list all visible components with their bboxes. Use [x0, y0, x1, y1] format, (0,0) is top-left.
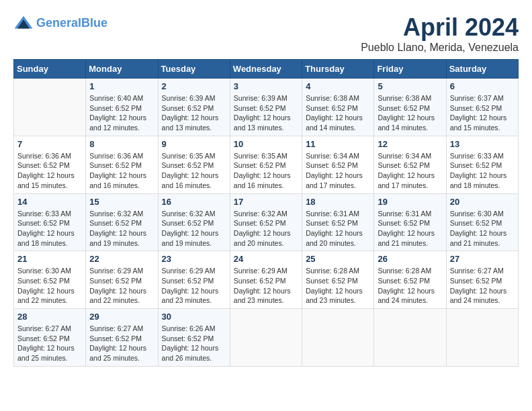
calendar-cell	[374, 309, 446, 367]
day-number: 24	[234, 254, 298, 264]
day-number: 14	[17, 197, 82, 207]
day-number: 6	[450, 81, 515, 91]
calendar-cell: 22Sunrise: 6:29 AM Sunset: 6:52 PM Dayli…	[86, 251, 158, 309]
calendar-cell: 24Sunrise: 6:29 AM Sunset: 6:52 PM Dayli…	[230, 251, 302, 309]
calendar-cell	[14, 79, 86, 136]
week-row-1: 1Sunrise: 6:40 AM Sunset: 6:52 PM Daylig…	[14, 79, 519, 136]
calendar-cell: 16Sunrise: 6:32 AM Sunset: 6:52 PM Dayli…	[158, 193, 230, 251]
day-number: 11	[306, 139, 370, 149]
calendar-cell: 17Sunrise: 6:32 AM Sunset: 6:52 PM Dayli…	[230, 193, 302, 251]
day-number: 15	[89, 197, 154, 207]
day-info: Sunrise: 6:28 AM Sunset: 6:52 PM Dayligh…	[378, 266, 442, 306]
day-number: 1	[89, 81, 154, 91]
day-number: 7	[17, 139, 82, 149]
day-number: 28	[17, 312, 82, 322]
day-info: Sunrise: 6:33 AM Sunset: 6:52 PM Dayligh…	[450, 151, 515, 191]
logo-text: GeneralBlue	[36, 17, 107, 30]
day-info: Sunrise: 6:39 AM Sunset: 6:52 PM Dayligh…	[234, 93, 298, 133]
day-info: Sunrise: 6:31 AM Sunset: 6:52 PM Dayligh…	[378, 209, 442, 248]
day-info: Sunrise: 6:37 AM Sunset: 6:52 PM Dayligh…	[450, 93, 515, 133]
day-info: Sunrise: 6:34 AM Sunset: 6:52 PM Dayligh…	[306, 151, 370, 191]
header-row: SundayMondayTuesdayWednesdayThursdayFrid…	[14, 60, 519, 79]
day-number: 30	[162, 312, 226, 322]
calendar-cell: 26Sunrise: 6:28 AM Sunset: 6:52 PM Dayli…	[374, 251, 446, 309]
day-number: 13	[450, 139, 515, 149]
header-cell-wednesday: Wednesday	[230, 60, 302, 79]
day-info: Sunrise: 6:35 AM Sunset: 6:52 PM Dayligh…	[234, 151, 298, 191]
calendar-cell: 5Sunrise: 6:38 AM Sunset: 6:52 PM Daylig…	[374, 79, 446, 136]
day-info: Sunrise: 6:32 AM Sunset: 6:52 PM Dayligh…	[89, 209, 154, 248]
calendar-cell: 23Sunrise: 6:29 AM Sunset: 6:52 PM Dayli…	[158, 251, 230, 309]
calendar-cell: 30Sunrise: 6:26 AM Sunset: 6:52 PM Dayli…	[158, 309, 230, 367]
day-number: 29	[89, 312, 154, 322]
day-info: Sunrise: 6:38 AM Sunset: 6:52 PM Dayligh…	[306, 93, 370, 133]
day-info: Sunrise: 6:29 AM Sunset: 6:52 PM Dayligh…	[89, 266, 154, 306]
day-info: Sunrise: 6:36 AM Sunset: 6:52 PM Dayligh…	[89, 151, 154, 191]
calendar-cell: 27Sunrise: 6:27 AM Sunset: 6:52 PM Dayli…	[446, 251, 518, 309]
header-cell-friday: Friday	[374, 60, 446, 79]
calendar-cell: 2Sunrise: 6:39 AM Sunset: 6:52 PM Daylig…	[158, 79, 230, 136]
calendar-title: April 2024	[361, 13, 519, 42]
calendar-cell: 9Sunrise: 6:35 AM Sunset: 6:52 PM Daylig…	[158, 136, 230, 193]
header-cell-saturday: Saturday	[446, 60, 518, 79]
calendar-cell	[302, 309, 374, 367]
calendar-table: SundayMondayTuesdayWednesdayThursdayFrid…	[13, 59, 519, 367]
logo-line1: General	[36, 16, 81, 30]
day-number: 18	[306, 197, 370, 207]
day-number: 9	[162, 139, 226, 149]
calendar-cell: 18Sunrise: 6:31 AM Sunset: 6:52 PM Dayli…	[302, 193, 374, 251]
day-number: 21	[17, 254, 82, 264]
week-row-2: 7Sunrise: 6:36 AM Sunset: 6:52 PM Daylig…	[14, 136, 519, 193]
day-info: Sunrise: 6:27 AM Sunset: 6:52 PM Dayligh…	[89, 324, 154, 363]
calendar-cell: 6Sunrise: 6:37 AM Sunset: 6:52 PM Daylig…	[446, 79, 518, 136]
calendar-cell: 19Sunrise: 6:31 AM Sunset: 6:52 PM Dayli…	[374, 193, 446, 251]
calendar-cell: 4Sunrise: 6:38 AM Sunset: 6:52 PM Daylig…	[302, 79, 374, 136]
header-cell-tuesday: Tuesday	[158, 60, 230, 79]
day-number: 10	[234, 139, 298, 149]
calendar-cell: 15Sunrise: 6:32 AM Sunset: 6:52 PM Dayli…	[86, 193, 158, 251]
title-block: April 2024 Pueblo Llano, Merida, Venezue…	[361, 13, 519, 54]
day-number: 20	[450, 197, 515, 207]
logo-icon	[13, 13, 34, 34]
day-number: 4	[306, 81, 370, 91]
calendar-cell: 11Sunrise: 6:34 AM Sunset: 6:52 PM Dayli…	[302, 136, 374, 193]
week-row-4: 21Sunrise: 6:30 AM Sunset: 6:52 PM Dayli…	[14, 251, 519, 309]
day-info: Sunrise: 6:38 AM Sunset: 6:52 PM Dayligh…	[378, 93, 442, 133]
header-cell-thursday: Thursday	[302, 60, 374, 79]
day-info: Sunrise: 6:30 AM Sunset: 6:52 PM Dayligh…	[17, 266, 82, 306]
day-info: Sunrise: 6:35 AM Sunset: 6:52 PM Dayligh…	[162, 151, 226, 191]
calendar-cell	[230, 309, 302, 367]
calendar-cell: 20Sunrise: 6:30 AM Sunset: 6:52 PM Dayli…	[446, 193, 518, 251]
day-info: Sunrise: 6:29 AM Sunset: 6:52 PM Dayligh…	[162, 266, 226, 306]
day-info: Sunrise: 6:28 AM Sunset: 6:52 PM Dayligh…	[306, 266, 370, 306]
header-cell-sunday: Sunday	[14, 60, 86, 79]
week-row-3: 14Sunrise: 6:33 AM Sunset: 6:52 PM Dayli…	[14, 193, 519, 251]
calendar-cell: 3Sunrise: 6:39 AM Sunset: 6:52 PM Daylig…	[230, 79, 302, 136]
calendar-cell: 25Sunrise: 6:28 AM Sunset: 6:52 PM Dayli…	[302, 251, 374, 309]
calendar-cell: 14Sunrise: 6:33 AM Sunset: 6:52 PM Dayli…	[14, 193, 86, 251]
day-info: Sunrise: 6:31 AM Sunset: 6:52 PM Dayligh…	[306, 209, 370, 248]
day-number: 19	[378, 197, 442, 207]
day-info: Sunrise: 6:32 AM Sunset: 6:52 PM Dayligh…	[234, 209, 298, 248]
logo-line2: Blue	[81, 16, 107, 30]
calendar-subtitle: Pueblo Llano, Merida, Venezuela	[361, 42, 519, 54]
day-number: 26	[378, 254, 442, 264]
calendar-cell: 29Sunrise: 6:27 AM Sunset: 6:52 PM Dayli…	[86, 309, 158, 367]
calendar-cell: 28Sunrise: 6:27 AM Sunset: 6:52 PM Dayli…	[14, 309, 86, 367]
day-number: 17	[234, 197, 298, 207]
day-number: 16	[162, 197, 226, 207]
day-number: 25	[306, 254, 370, 264]
day-info: Sunrise: 6:33 AM Sunset: 6:52 PM Dayligh…	[17, 209, 82, 248]
day-info: Sunrise: 6:34 AM Sunset: 6:52 PM Dayligh…	[378, 151, 442, 191]
day-info: Sunrise: 6:40 AM Sunset: 6:52 PM Dayligh…	[89, 93, 154, 133]
day-info: Sunrise: 6:39 AM Sunset: 6:52 PM Dayligh…	[162, 93, 226, 133]
calendar-cell: 8Sunrise: 6:36 AM Sunset: 6:52 PM Daylig…	[86, 136, 158, 193]
calendar-cell: 21Sunrise: 6:30 AM Sunset: 6:52 PM Dayli…	[14, 251, 86, 309]
calendar-cell: 12Sunrise: 6:34 AM Sunset: 6:52 PM Dayli…	[374, 136, 446, 193]
day-info: Sunrise: 6:32 AM Sunset: 6:52 PM Dayligh…	[162, 209, 226, 248]
day-number: 23	[162, 254, 226, 264]
calendar-cell	[446, 309, 518, 367]
day-number: 22	[89, 254, 154, 264]
day-info: Sunrise: 6:27 AM Sunset: 6:52 PM Dayligh…	[17, 324, 82, 363]
day-info: Sunrise: 6:29 AM Sunset: 6:52 PM Dayligh…	[234, 266, 298, 306]
